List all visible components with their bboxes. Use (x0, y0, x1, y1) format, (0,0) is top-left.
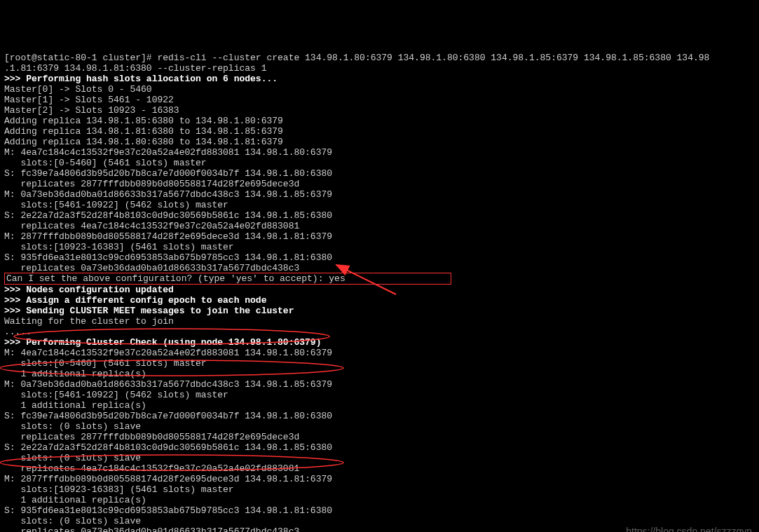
terminal-line: slots:[10923-16383] (5461 slots) master (4, 484, 755, 495)
terminal-line: >>> Performing Cluster Check (using node… (4, 337, 755, 348)
terminal-line: ..... (4, 327, 755, 337)
terminal-line: M: 2877fffdbb089b0d805588174d28f2e695dec… (4, 231, 755, 242)
terminal-line: S: 2e22a7d2a3f52d28f4b8103c0d9dc30569b58… (4, 210, 755, 221)
terminal-line: >>> Sending CLUSTER MEET messages to joi… (4, 306, 755, 316)
confirmation-prompt: Can I set the above configuration? (type… (4, 273, 451, 285)
terminal-line: >>> Nodes configuration updated (4, 285, 755, 295)
terminal-line: 1 additional replica(s) (4, 400, 755, 411)
terminal-line: slots:[5461-10922] (5462 slots) master (4, 200, 755, 210)
terminal-line: Waiting for the cluster to join (4, 316, 755, 327)
terminal-output[interactable]: [root@static-80-1 cluster]# redis-cli --… (0, 53, 759, 532)
terminal-line: S: 935fd6ea31e8013c99cd6953853ab675b9785… (4, 252, 755, 263)
terminal-line: S: fc39e7a4806d3b95d20b7b8ca7e7d000f0034… (4, 168, 755, 179)
terminal-line: replicates 4ea7c184c4c13532f9e37c20a52a4… (4, 221, 755, 231)
terminal-line: Adding replica 134.98.1.85:6380 to 134.9… (4, 116, 755, 126)
terminal-line: M: 4ea7c184c4c13532f9e37c20a52a4e02fd883… (4, 147, 755, 158)
terminal-line: >>> Assign a different config epoch to e… (4, 295, 755, 306)
terminal-line: replicates 2877fffdbb089b0d805588174d28f… (4, 179, 755, 189)
terminal-line: >>> Performing hash slots allocation on … (4, 74, 755, 84)
terminal-line: Master[1] -> Slots 5461 - 10922 (4, 95, 755, 105)
terminal-line: slots:[10923-16383] (5461 slots) master (4, 242, 755, 252)
terminal-line: replicates 0a73eb36dad0ba01d86633b317a56… (4, 263, 755, 273)
terminal-line: slots:[0-5460] (5461 slots) master (4, 358, 755, 369)
terminal-line: Can I set the above configuration? (type… (4, 273, 755, 285)
terminal-line: Master[0] -> Slots 0 - 5460 (4, 84, 755, 95)
terminal-line: slots:[0-5460] (5461 slots) master (4, 158, 755, 168)
terminal-line: slots: (0 slots) slave (4, 516, 755, 526)
terminal-line: S: 935fd6ea31e8013c99cd6953853ab675b9785… (4, 505, 755, 516)
terminal-line: replicates 2877fffdbb089b0d805588174d28f… (4, 432, 755, 442)
terminal-line: slots: (0 slots) slave (4, 421, 755, 432)
terminal-line: replicates 4ea7c184c4c13532f9e37c20a52a4… (4, 463, 755, 474)
terminal-line: M: 0a73eb36dad0ba01d86633b317a5677dbdc43… (4, 189, 755, 200)
terminal-line: Adding replica 134.98.1.80:6380 to 134.9… (4, 137, 755, 147)
terminal-line: [root@static-80-1 cluster]# redis-cli --… (4, 53, 755, 63)
terminal-line: S: 2e22a7d2a3f52d28f4b8103c0d9dc30569b58… (4, 442, 755, 453)
terminal-line: M: 4ea7c184c4c13532f9e37c20a52a4e02fd883… (4, 348, 755, 358)
terminal-line: M: 2877fffdbb089b0d805588174d28f2e695dec… (4, 474, 755, 484)
terminal-line: slots:[5461-10922] (5462 slots) master (4, 390, 755, 400)
terminal-line: .1.81:6379 134.98.1.81:6380 --cluster-re… (4, 63, 755, 74)
terminal-line: S: fc39e7a4806d3b95d20b7b8ca7e7d000f0034… (4, 411, 755, 421)
watermark-text: https://blog.csdn.net/szzzgyn (626, 526, 752, 532)
terminal-line: M: 0a73eb36dad0ba01d86633b317a5677dbdc43… (4, 379, 755, 390)
terminal-line: Master[2] -> Slots 10923 - 16383 (4, 105, 755, 116)
terminal-line: Adding replica 134.98.1.81:6380 to 134.9… (4, 126, 755, 137)
terminal-line: slots: (0 slots) slave (4, 453, 755, 463)
terminal-line: 1 additional replica(s) (4, 495, 755, 505)
terminal-line: 1 additional replica(s) (4, 369, 755, 379)
